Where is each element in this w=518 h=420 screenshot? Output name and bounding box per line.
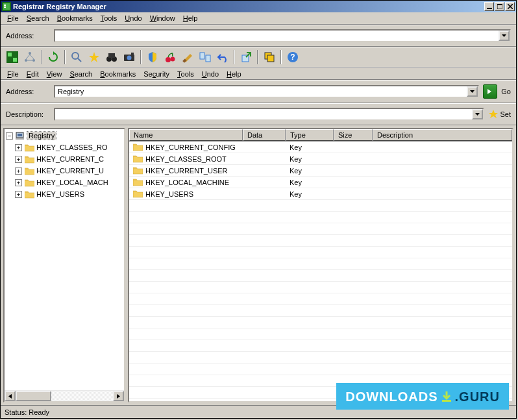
col-description[interactable]: Description: [373, 129, 512, 141]
tool-cherry-icon[interactable]: [162, 49, 178, 65]
tool-connect-icon[interactable]: [5, 49, 20, 65]
scroll-right-button[interactable]: [113, 391, 124, 401]
menu-tools[interactable]: Tools: [97, 13, 121, 23]
expander-icon[interactable]: +: [15, 191, 22, 198]
svg-rect-16: [108, 53, 115, 58]
table-row-empty: [129, 375, 512, 387]
expander-icon[interactable]: +: [15, 179, 22, 186]
tree-item[interactable]: +HKEY_CLASSES_RO: [5, 142, 124, 153]
submenu-bookmarks[interactable]: Bookmarks: [96, 69, 140, 79]
description-combo[interactable]: [54, 108, 484, 121]
go-button[interactable]: [483, 84, 497, 99]
col-type[interactable]: Type: [286, 129, 334, 141]
list-header: Name Data Type Size Description: [129, 129, 512, 142]
tool-undo-icon[interactable]: [215, 49, 230, 65]
tool-binoculars-icon[interactable]: [104, 49, 119, 65]
expander-icon[interactable]: +: [15, 167, 22, 175]
expander-icon[interactable]: +: [15, 144, 22, 151]
submenu-edit[interactable]: Edit: [23, 69, 43, 79]
submenu-file[interactable]: File: [3, 69, 23, 79]
top-address-dropdown[interactable]: [499, 31, 510, 41]
submenu-security[interactable]: Security: [140, 69, 173, 79]
tool-windows-icon[interactable]: [262, 49, 277, 65]
tree-item[interactable]: +HKEY_CURRENT_C: [5, 153, 124, 165]
set-label: Set: [500, 110, 511, 118]
tool-favorite-icon[interactable]: [86, 49, 102, 65]
menu-file[interactable]: File: [3, 13, 23, 23]
svg-rect-27: [267, 55, 274, 62]
table-row[interactable]: HKEY_USERSKey: [129, 188, 512, 200]
top-address-combo[interactable]: [54, 29, 511, 42]
tool-search-icon[interactable]: [69, 49, 84, 65]
row-type: Key: [286, 179, 334, 186]
submenu-help[interactable]: Help: [223, 69, 245, 79]
table-row[interactable]: HKEY_CURRENT_CONFIGKey: [129, 142, 512, 153]
table-row[interactable]: HKEY_CURRENT_USERKey: [129, 165, 512, 177]
table-row-empty: [129, 270, 512, 282]
go-label: Go: [501, 88, 511, 95]
tool-export-icon[interactable]: [238, 49, 254, 65]
table-row-empty: [129, 282, 512, 293]
window-title: Registrar Registry Manager: [13, 3, 484, 10]
tool-security-icon[interactable]: [145, 49, 160, 65]
menu-undo[interactable]: Undo: [121, 13, 145, 23]
table-row-empty: [129, 317, 512, 328]
svg-point-20: [166, 57, 171, 62]
row-name: HKEY_CURRENT_CONFIG: [145, 143, 236, 151]
table-row[interactable]: HKEY_LOCAL_MACHINEKey: [129, 177, 512, 188]
tool-help-icon[interactable]: ?: [285, 49, 301, 65]
address-value: Registry: [58, 88, 84, 95]
col-size[interactable]: Size: [334, 129, 373, 141]
menu-search[interactable]: Search: [23, 13, 53, 23]
computer-icon: [16, 132, 25, 140]
maximize-button[interactable]: [495, 2, 504, 11]
table-row-empty: [129, 258, 512, 270]
menu-help[interactable]: Help: [179, 13, 202, 23]
tree-item[interactable]: +HKEY_USERS: [5, 188, 124, 200]
address-combo[interactable]: Registry: [54, 85, 479, 98]
svg-rect-19: [131, 53, 134, 55]
tool-compare-icon[interactable]: [197, 49, 213, 65]
row-name: HKEY_LOCAL_MACHINE: [145, 179, 229, 186]
table-row[interactable]: HKEY_CLASSES_ROOTKey: [129, 153, 512, 165]
description-dropdown[interactable]: [472, 109, 483, 119]
tool-camera-icon[interactable]: [121, 49, 137, 65]
svg-rect-9: [13, 58, 17, 62]
menu-bookmarks[interactable]: Bookmarks: [53, 13, 97, 23]
description-label: Description:: [6, 110, 50, 118]
tree-item[interactable]: +HKEY_LOCAL_MACH: [5, 177, 124, 188]
submenu-view[interactable]: View: [43, 69, 66, 79]
svg-point-11: [25, 59, 27, 62]
set-button[interactable]: Set: [488, 109, 511, 119]
expander-icon[interactable]: +: [15, 156, 22, 163]
close-button[interactable]: [505, 2, 515, 11]
tree-scrollbar[interactable]: [5, 390, 124, 401]
tree-item[interactable]: +HKEY_CURRENT_U: [5, 165, 124, 177]
scroll-left-button[interactable]: [5, 391, 16, 401]
tree-body[interactable]: − Registry +HKEY_CLASSES_RO+HKEY_CURRENT…: [5, 129, 124, 390]
table-row-empty: [129, 340, 512, 352]
menu-window[interactable]: Window: [146, 13, 179, 23]
address-row: Address: Registry Go: [1, 80, 516, 103]
minimize-button[interactable]: [484, 2, 494, 11]
svg-rect-2: [4, 5, 6, 6]
submenu-search[interactable]: Search: [66, 69, 96, 79]
tree-item-label: HKEY_CURRENT_U: [36, 167, 104, 175]
tool-refresh-icon[interactable]: [45, 49, 61, 65]
address-label-top: Address:: [6, 32, 50, 40]
list-body[interactable]: HKEY_CURRENT_CONFIGKeyHKEY_CLASSES_ROOTK…: [129, 142, 512, 401]
svg-rect-3: [4, 6, 6, 8]
col-data[interactable]: Data: [243, 129, 286, 141]
main-menu-bar: File Search Bookmarks Tools Undo Window …: [1, 12, 516, 25]
address-dropdown[interactable]: [467, 86, 478, 97]
tree-root-row[interactable]: − Registry: [5, 130, 124, 142]
submenu-undo[interactable]: Undo: [198, 69, 223, 79]
scroll-track[interactable]: [16, 391, 113, 401]
table-row-empty: [129, 247, 512, 258]
scroll-thumb[interactable]: [16, 391, 51, 401]
submenu-tools[interactable]: Tools: [173, 69, 198, 79]
tool-brush-icon[interactable]: [180, 49, 195, 65]
expander-icon[interactable]: −: [6, 132, 13, 140]
tool-network-icon[interactable]: [22, 49, 38, 65]
col-name[interactable]: Name: [129, 129, 243, 141]
